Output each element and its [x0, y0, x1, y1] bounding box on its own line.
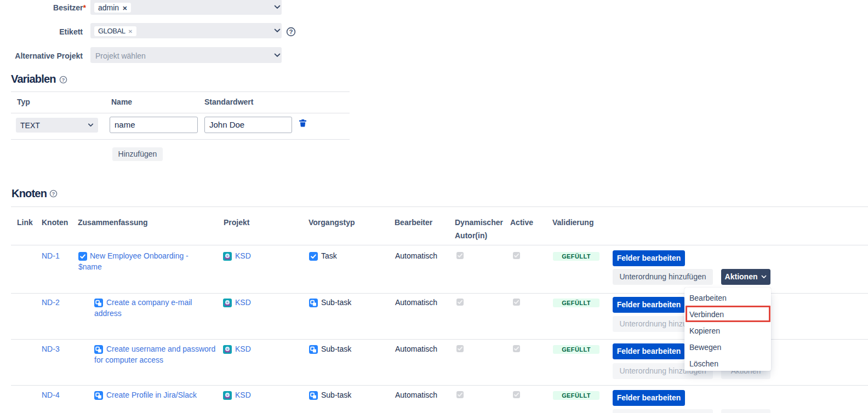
svg-text:?: ? — [289, 28, 293, 35]
svg-text:?: ? — [62, 77, 65, 83]
svg-text:?: ? — [52, 191, 55, 197]
